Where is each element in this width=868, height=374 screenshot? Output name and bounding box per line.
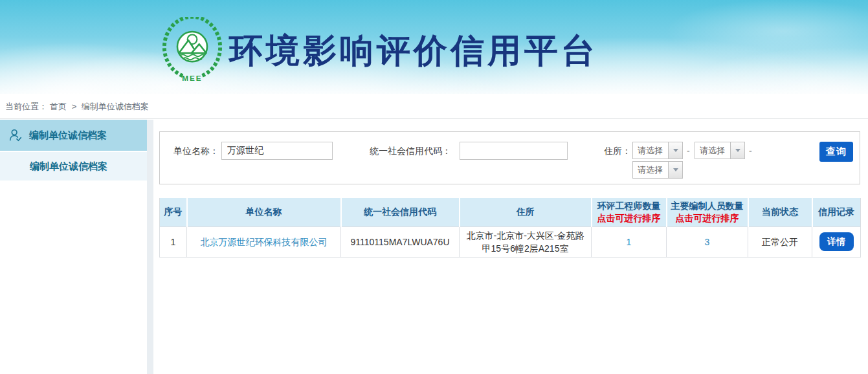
page: MEE 环境影响评价信用平台 当前位置：首页 > 编制单位诚信档案 编制单位诚信… bbox=[0, 0, 868, 374]
site-header: MEE 环境影响评价信用平台 bbox=[0, 0, 868, 94]
col-header-address: 住所 bbox=[460, 198, 592, 226]
mee-logo-icon: MEE bbox=[161, 17, 224, 83]
sidebar-subitem-label: 编制单位诚信档案 bbox=[30, 160, 107, 173]
col-header-credit-code: 统一社会信用代码 bbox=[341, 198, 460, 226]
credit-code-label: 统一社会信用代码： bbox=[370, 142, 451, 160]
address-dash-2: - bbox=[749, 142, 752, 160]
cell-credit-code: 91110115MA7LWUA76U bbox=[341, 226, 460, 257]
svg-text:MEE: MEE bbox=[182, 74, 202, 82]
col-header-staff-count[interactable]: 主要编制人员数量 点击可进行排序 bbox=[667, 198, 748, 226]
city-select-value: 请选择 bbox=[695, 142, 730, 159]
table-row: 1 北京万源世纪环保科技有限公司 91110115MA7LWUA76U 北京市-… bbox=[160, 226, 861, 257]
city-select-arrow-button[interactable] bbox=[730, 142, 744, 159]
search-panel: 单位名称： 统一社会信用代码： 住所： 请选择 - 请选择 - 请选择 bbox=[159, 131, 860, 184]
breadcrumb: 当前位置：首页 > 编制单位诚信档案 bbox=[0, 94, 868, 119]
cell-status: 正常公开 bbox=[748, 226, 812, 257]
breadcrumb-home-link[interactable]: 首页 bbox=[50, 102, 67, 111]
unit-name-label: 单位名称： bbox=[173, 142, 219, 160]
address-dash-1: - bbox=[687, 142, 690, 160]
breadcrumb-separator: > bbox=[72, 102, 77, 111]
sidebar-subitem-credit-archive[interactable]: 编制单位诚信档案 bbox=[0, 151, 147, 181]
col-header-unit-name: 单位名称 bbox=[187, 198, 341, 226]
province-select-arrow-button[interactable] bbox=[668, 142, 682, 159]
detail-button[interactable]: 详情 bbox=[819, 232, 854, 251]
main-content: 单位名称： 统一社会信用代码： 住所： 请选择 - 请选择 - 请选择 bbox=[153, 120, 868, 374]
sort-hint-engineers[interactable]: 点击可进行排序 bbox=[592, 212, 666, 225]
table-header-row: 序号 单位名称 统一社会信用代码 住所 环评工程师数量 点击可进行排序 主要编制… bbox=[160, 198, 861, 226]
district-select[interactable]: 请选择 bbox=[632, 161, 683, 179]
page-title: 环境影响评价信用平台 bbox=[229, 28, 598, 74]
col-header-credit-record: 信用记录 bbox=[812, 198, 861, 226]
breadcrumb-prefix: 当前位置： bbox=[5, 102, 47, 111]
sidebar-item-label: 编制单位诚信档案 bbox=[29, 129, 107, 142]
sort-hint-staff[interactable]: 点击可进行排序 bbox=[667, 212, 748, 225]
credit-code-input[interactable] bbox=[460, 142, 568, 160]
address-label: 住所： bbox=[604, 142, 631, 160]
page-body: 编制单位诚信档案 编制单位诚信档案 单位名称： 统一社会信用代码： 住所： 请选… bbox=[0, 120, 868, 374]
sidebar-divider bbox=[147, 120, 153, 374]
district-select-arrow-button[interactable] bbox=[668, 162, 682, 178]
province-select-value: 请选择 bbox=[633, 142, 668, 159]
unit-name-link[interactable]: 北京万源世纪环保科技有限公司 bbox=[201, 237, 328, 247]
col-header-engineer-count[interactable]: 环评工程师数量 点击可进行排序 bbox=[592, 198, 667, 226]
chevron-down-icon bbox=[735, 149, 740, 152]
results-table: 序号 单位名称 统一社会信用代码 住所 环评工程师数量 点击可进行排序 主要编制… bbox=[159, 198, 861, 258]
engineer-count-link[interactable]: 1 bbox=[627, 237, 632, 247]
chevron-down-icon bbox=[673, 168, 678, 171]
user-check-icon bbox=[8, 128, 23, 142]
breadcrumb-current: 编制单位诚信档案 bbox=[82, 102, 149, 111]
cell-index: 1 bbox=[160, 226, 187, 257]
sidebar-item-credit-archive[interactable]: 编制单位诚信档案 bbox=[0, 120, 147, 151]
query-button[interactable]: 查询 bbox=[819, 142, 853, 162]
district-select-value: 请选择 bbox=[633, 162, 668, 178]
chevron-down-icon bbox=[673, 149, 678, 152]
city-select[interactable]: 请选择 bbox=[695, 142, 745, 159]
staff-count-link[interactable]: 3 bbox=[705, 237, 710, 247]
col-header-status: 当前状态 bbox=[748, 198, 812, 226]
sidebar: 编制单位诚信档案 编制单位诚信档案 bbox=[0, 120, 147, 374]
col-header-index: 序号 bbox=[160, 198, 187, 226]
province-select[interactable]: 请选择 bbox=[632, 142, 683, 159]
unit-name-input[interactable] bbox=[221, 142, 333, 160]
cell-address: 北京市-北京市-大兴区-金苑路甲15号6幢2层A215室 bbox=[460, 226, 592, 257]
